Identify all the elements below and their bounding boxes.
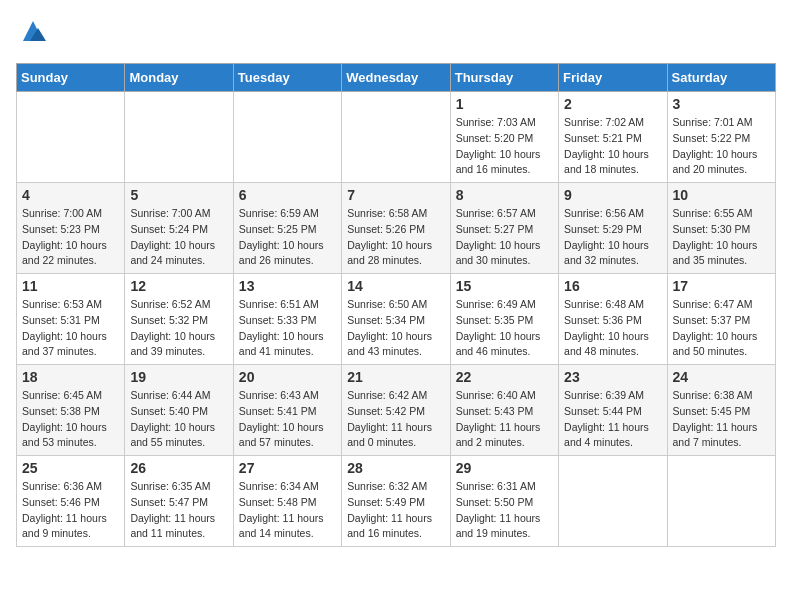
- day-number: 18: [22, 369, 119, 385]
- calendar-week-row: 1Sunrise: 7:03 AMSunset: 5:20 PMDaylight…: [17, 92, 776, 183]
- day-info: Sunrise: 6:34 AMSunset: 5:48 PMDaylight:…: [239, 479, 336, 542]
- weekday-header-friday: Friday: [559, 64, 667, 92]
- day-number: 25: [22, 460, 119, 476]
- day-info: Sunrise: 6:59 AMSunset: 5:25 PMDaylight:…: [239, 206, 336, 269]
- day-info: Sunrise: 6:40 AMSunset: 5:43 PMDaylight:…: [456, 388, 553, 451]
- day-number: 17: [673, 278, 770, 294]
- logo: [16, 16, 48, 51]
- calendar-cell: [233, 92, 341, 183]
- calendar-cell: 6Sunrise: 6:59 AMSunset: 5:25 PMDaylight…: [233, 183, 341, 274]
- day-number: 14: [347, 278, 444, 294]
- day-number: 29: [456, 460, 553, 476]
- day-info: Sunrise: 6:45 AMSunset: 5:38 PMDaylight:…: [22, 388, 119, 451]
- weekday-header-row: SundayMondayTuesdayWednesdayThursdayFrid…: [17, 64, 776, 92]
- day-info: Sunrise: 6:52 AMSunset: 5:32 PMDaylight:…: [130, 297, 227, 360]
- day-info: Sunrise: 6:36 AMSunset: 5:46 PMDaylight:…: [22, 479, 119, 542]
- day-info: Sunrise: 6:57 AMSunset: 5:27 PMDaylight:…: [456, 206, 553, 269]
- weekday-header-tuesday: Tuesday: [233, 64, 341, 92]
- calendar-week-row: 18Sunrise: 6:45 AMSunset: 5:38 PMDayligh…: [17, 365, 776, 456]
- day-info: Sunrise: 7:00 AMSunset: 5:24 PMDaylight:…: [130, 206, 227, 269]
- weekday-header-wednesday: Wednesday: [342, 64, 450, 92]
- day-number: 9: [564, 187, 661, 203]
- calendar-cell: 22Sunrise: 6:40 AMSunset: 5:43 PMDayligh…: [450, 365, 558, 456]
- calendar-cell: 19Sunrise: 6:44 AMSunset: 5:40 PMDayligh…: [125, 365, 233, 456]
- day-info: Sunrise: 6:38 AMSunset: 5:45 PMDaylight:…: [673, 388, 770, 451]
- day-info: Sunrise: 6:53 AMSunset: 5:31 PMDaylight:…: [22, 297, 119, 360]
- weekday-header-sunday: Sunday: [17, 64, 125, 92]
- day-info: Sunrise: 6:56 AMSunset: 5:29 PMDaylight:…: [564, 206, 661, 269]
- calendar-cell: 28Sunrise: 6:32 AMSunset: 5:49 PMDayligh…: [342, 456, 450, 547]
- calendar-cell: 1Sunrise: 7:03 AMSunset: 5:20 PMDaylight…: [450, 92, 558, 183]
- day-info: Sunrise: 7:02 AMSunset: 5:21 PMDaylight:…: [564, 115, 661, 178]
- day-number: 5: [130, 187, 227, 203]
- calendar-cell: 5Sunrise: 7:00 AMSunset: 5:24 PMDaylight…: [125, 183, 233, 274]
- calendar-week-row: 11Sunrise: 6:53 AMSunset: 5:31 PMDayligh…: [17, 274, 776, 365]
- day-info: Sunrise: 6:50 AMSunset: 5:34 PMDaylight:…: [347, 297, 444, 360]
- calendar-cell: [342, 92, 450, 183]
- day-number: 21: [347, 369, 444, 385]
- day-info: Sunrise: 6:47 AMSunset: 5:37 PMDaylight:…: [673, 297, 770, 360]
- day-info: Sunrise: 6:51 AMSunset: 5:33 PMDaylight:…: [239, 297, 336, 360]
- calendar-cell: [667, 456, 775, 547]
- calendar-cell: 8Sunrise: 6:57 AMSunset: 5:27 PMDaylight…: [450, 183, 558, 274]
- day-info: Sunrise: 6:31 AMSunset: 5:50 PMDaylight:…: [456, 479, 553, 542]
- day-number: 15: [456, 278, 553, 294]
- calendar-cell: 15Sunrise: 6:49 AMSunset: 5:35 PMDayligh…: [450, 274, 558, 365]
- calendar-cell: 23Sunrise: 6:39 AMSunset: 5:44 PMDayligh…: [559, 365, 667, 456]
- calendar-cell: 29Sunrise: 6:31 AMSunset: 5:50 PMDayligh…: [450, 456, 558, 547]
- calendar-cell: 9Sunrise: 6:56 AMSunset: 5:29 PMDaylight…: [559, 183, 667, 274]
- calendar-cell: 7Sunrise: 6:58 AMSunset: 5:26 PMDaylight…: [342, 183, 450, 274]
- calendar-cell: 4Sunrise: 7:00 AMSunset: 5:23 PMDaylight…: [17, 183, 125, 274]
- day-info: Sunrise: 6:42 AMSunset: 5:42 PMDaylight:…: [347, 388, 444, 451]
- calendar-cell: 12Sunrise: 6:52 AMSunset: 5:32 PMDayligh…: [125, 274, 233, 365]
- day-number: 1: [456, 96, 553, 112]
- day-info: Sunrise: 7:00 AMSunset: 5:23 PMDaylight:…: [22, 206, 119, 269]
- weekday-header-thursday: Thursday: [450, 64, 558, 92]
- calendar-cell: 11Sunrise: 6:53 AMSunset: 5:31 PMDayligh…: [17, 274, 125, 365]
- calendar-cell: 21Sunrise: 6:42 AMSunset: 5:42 PMDayligh…: [342, 365, 450, 456]
- day-info: Sunrise: 6:55 AMSunset: 5:30 PMDaylight:…: [673, 206, 770, 269]
- day-number: 7: [347, 187, 444, 203]
- day-number: 22: [456, 369, 553, 385]
- calendar-cell: 26Sunrise: 6:35 AMSunset: 5:47 PMDayligh…: [125, 456, 233, 547]
- day-info: Sunrise: 7:03 AMSunset: 5:20 PMDaylight:…: [456, 115, 553, 178]
- weekday-header-monday: Monday: [125, 64, 233, 92]
- day-info: Sunrise: 6:35 AMSunset: 5:47 PMDaylight:…: [130, 479, 227, 542]
- day-number: 19: [130, 369, 227, 385]
- day-number: 23: [564, 369, 661, 385]
- calendar-cell: [559, 456, 667, 547]
- day-number: 13: [239, 278, 336, 294]
- calendar-cell: 18Sunrise: 6:45 AMSunset: 5:38 PMDayligh…: [17, 365, 125, 456]
- calendar-cell: 13Sunrise: 6:51 AMSunset: 5:33 PMDayligh…: [233, 274, 341, 365]
- day-info: Sunrise: 6:49 AMSunset: 5:35 PMDaylight:…: [456, 297, 553, 360]
- calendar-cell: [17, 92, 125, 183]
- page-header: [16, 16, 776, 51]
- day-number: 3: [673, 96, 770, 112]
- calendar-cell: 25Sunrise: 6:36 AMSunset: 5:46 PMDayligh…: [17, 456, 125, 547]
- day-number: 20: [239, 369, 336, 385]
- calendar-week-row: 4Sunrise: 7:00 AMSunset: 5:23 PMDaylight…: [17, 183, 776, 274]
- calendar-cell: 3Sunrise: 7:01 AMSunset: 5:22 PMDaylight…: [667, 92, 775, 183]
- calendar-cell: 17Sunrise: 6:47 AMSunset: 5:37 PMDayligh…: [667, 274, 775, 365]
- calendar-week-row: 25Sunrise: 6:36 AMSunset: 5:46 PMDayligh…: [17, 456, 776, 547]
- day-number: 26: [130, 460, 227, 476]
- day-info: Sunrise: 6:39 AMSunset: 5:44 PMDaylight:…: [564, 388, 661, 451]
- calendar-cell: 14Sunrise: 6:50 AMSunset: 5:34 PMDayligh…: [342, 274, 450, 365]
- calendar-cell: 16Sunrise: 6:48 AMSunset: 5:36 PMDayligh…: [559, 274, 667, 365]
- calendar-cell: 24Sunrise: 6:38 AMSunset: 5:45 PMDayligh…: [667, 365, 775, 456]
- day-info: Sunrise: 6:58 AMSunset: 5:26 PMDaylight:…: [347, 206, 444, 269]
- day-info: Sunrise: 6:48 AMSunset: 5:36 PMDaylight:…: [564, 297, 661, 360]
- day-number: 8: [456, 187, 553, 203]
- day-number: 11: [22, 278, 119, 294]
- calendar-cell: 10Sunrise: 6:55 AMSunset: 5:30 PMDayligh…: [667, 183, 775, 274]
- calendar-table: SundayMondayTuesdayWednesdayThursdayFrid…: [16, 63, 776, 547]
- day-info: Sunrise: 6:32 AMSunset: 5:49 PMDaylight:…: [347, 479, 444, 542]
- day-number: 27: [239, 460, 336, 476]
- day-number: 4: [22, 187, 119, 203]
- weekday-header-saturday: Saturday: [667, 64, 775, 92]
- day-number: 16: [564, 278, 661, 294]
- day-info: Sunrise: 6:44 AMSunset: 5:40 PMDaylight:…: [130, 388, 227, 451]
- day-number: 28: [347, 460, 444, 476]
- calendar-cell: 20Sunrise: 6:43 AMSunset: 5:41 PMDayligh…: [233, 365, 341, 456]
- day-info: Sunrise: 6:43 AMSunset: 5:41 PMDaylight:…: [239, 388, 336, 451]
